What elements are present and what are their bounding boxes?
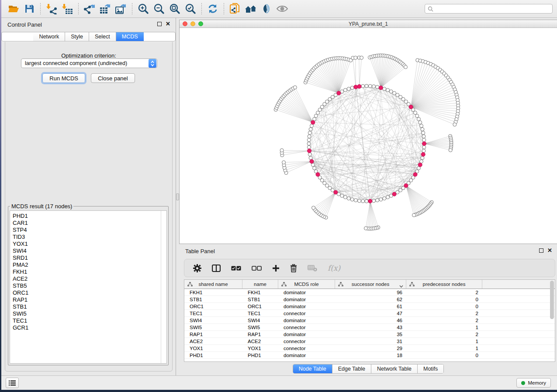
dropdown-value: largest connected component (undirected): [21, 60, 149, 66]
mcds-result-item[interactable]: STP4: [13, 227, 166, 234]
network-view[interactable]: [180, 28, 557, 244]
float-window-icon[interactable]: [539, 248, 543, 253]
save-icon[interactable]: [21, 2, 37, 16]
table-row[interactable]: STB1STB1dominator620: [184, 296, 555, 303]
task-history-button[interactable]: [6, 378, 19, 388]
mcds-result-item[interactable]: ACE2: [13, 275, 166, 282]
node-table[interactable]: shared namenameMCDS rolesuccessor nodesp…: [184, 279, 555, 362]
memory-status-icon: [521, 381, 525, 385]
refresh-icon[interactable]: [205, 2, 221, 16]
search-input[interactable]: [436, 6, 550, 12]
network-window: YPA_prune.txt_1: [179, 20, 557, 244]
app-window: Control Panel ✕ Optimization criterion: …: [1, 0, 557, 390]
mcds-result-item[interactable]: TID3: [13, 234, 166, 241]
cell-shared-name: ACE2: [184, 339, 242, 344]
mcds-result-item[interactable]: PHD1: [13, 213, 166, 220]
settings-gear-icon[interactable]: [193, 264, 201, 272]
list-scrollbar[interactable]: [161, 211, 166, 363]
visual-styles-icon[interactable]: [259, 2, 274, 16]
tab-network-table[interactable]: Network Table: [371, 364, 418, 373]
zoom-in-icon[interactable]: [135, 2, 151, 16]
mcds-result-item[interactable]: YOX1: [13, 241, 166, 248]
mcds-result-item[interactable]: STB5: [13, 282, 166, 289]
tab-node-table[interactable]: Node Table: [293, 364, 332, 373]
mcds-result-item[interactable]: FKH1: [13, 268, 166, 275]
mcds-result-item[interactable]: STB1: [13, 303, 166, 310]
add-column-icon[interactable]: [272, 265, 280, 272]
import-table-icon[interactable]: [59, 2, 75, 16]
table-row[interactable]: SWI5SWI5connector431: [184, 324, 555, 331]
memory-button[interactable]: Memory: [516, 378, 551, 388]
export-table-icon[interactable]: [97, 2, 113, 16]
cell-name: FKH1: [242, 290, 278, 295]
mcds-result-item[interactable]: SWI5: [13, 310, 166, 317]
show-hide-eye-icon[interactable]: [274, 2, 290, 16]
memory-label: Memory: [528, 380, 546, 385]
zoom-fit-icon[interactable]: [167, 2, 183, 16]
close-panel-icon[interactable]: ✕: [547, 248, 552, 253]
open-folder-icon[interactable]: [6, 2, 21, 16]
import-network-icon[interactable]: [44, 2, 59, 16]
table-row[interactable]: SWI4SWI4dominator462: [184, 317, 555, 324]
column-header-predecessor-nodes[interactable]: predecessor nodes: [406, 280, 482, 289]
zoom-selected-icon[interactable]: [183, 2, 198, 16]
split-panel-icon[interactable]: [212, 265, 221, 272]
mcds-result-item[interactable]: RAP1: [13, 296, 166, 303]
column-header-name[interactable]: name: [242, 280, 278, 289]
table-scrollbar[interactable]: [550, 281, 554, 319]
cell-successor-nodes: 61: [335, 304, 406, 309]
deselect-all-icon[interactable]: [252, 266, 262, 271]
mcds-result-item[interactable]: PMA2: [13, 261, 166, 268]
divider-handle[interactable]: [176, 193, 179, 200]
table-row[interactable]: RAP1RAP1dominator352: [184, 331, 555, 338]
mcds-result-item[interactable]: SRD1: [13, 254, 166, 261]
share-document-icon[interactable]: [227, 2, 243, 16]
column-header-shared-name[interactable]: shared name: [184, 280, 242, 289]
mcds-result-item[interactable]: ORC1: [13, 289, 166, 296]
sort-descending-icon: [399, 283, 403, 289]
export-image-icon[interactable]: [113, 2, 129, 16]
mcds-result-item[interactable]: TEC1: [13, 317, 166, 324]
optimization-criterion-dropdown[interactable]: largest connected component (undirected): [21, 58, 157, 68]
tab-motifs[interactable]: Motifs: [418, 364, 443, 373]
network-search-box[interactable]: [425, 4, 553, 14]
column-label: predecessor nodes: [423, 282, 466, 287]
tab-mcds[interactable]: MCDS: [116, 32, 144, 41]
cell-name: RAP1: [242, 332, 278, 337]
table-row[interactable]: YOX1YOX1connector291: [184, 345, 555, 352]
mcds-result-item[interactable]: SWI4: [13, 248, 166, 254]
control-panel-tabs: NetworkStyleSelectMCDS: [1, 32, 176, 41]
hierarchy-icon: [409, 282, 415, 288]
cell-MCDS-role: connector: [278, 339, 335, 344]
split-pane-divider[interactable]: [176, 18, 179, 375]
close-panel-icon[interactable]: ✕: [166, 22, 170, 26]
column-header-MCDS-role[interactable]: MCDS role: [278, 280, 335, 289]
cell-predecessor-nodes: 2: [406, 318, 482, 323]
network-window-titlebar[interactable]: YPA_prune.txt_1: [180, 20, 557, 28]
mcds-result-list[interactable]: PHD1CAR1STP4TID3YOX1SWI4SRD1PMA2FKH1ACE2…: [10, 210, 167, 364]
table-row[interactable]: ORC1ORC1dominator610: [184, 303, 555, 310]
cell-shared-name: FKH1: [184, 290, 242, 295]
table-row[interactable]: FKH1FKH1dominator962: [184, 289, 555, 296]
tab-network[interactable]: Network: [33, 32, 65, 41]
delete-column-icon[interactable]: [290, 264, 297, 272]
tab-edge-table[interactable]: Edge Table: [332, 364, 371, 373]
table-row[interactable]: ACE2ACE2connector311: [184, 338, 555, 345]
tab-style[interactable]: Style: [65, 32, 89, 41]
close-panel-button[interactable]: Close panel: [91, 73, 135, 83]
select-all-icon[interactable]: [231, 266, 241, 271]
float-window-icon[interactable]: [157, 22, 162, 26]
cell-predecessor-nodes: 0: [406, 297, 482, 302]
zoom-out-icon[interactable]: [151, 2, 167, 16]
table-row[interactable]: PHD1PHD1dominator180: [184, 352, 555, 359]
export-network-icon[interactable]: [82, 2, 97, 16]
tab-select[interactable]: Select: [89, 32, 116, 41]
column-header-successor-nodes[interactable]: successor nodes: [335, 280, 406, 289]
cell-successor-nodes: 96: [335, 290, 406, 295]
mcds-result-item[interactable]: CAR1: [13, 220, 166, 227]
table-row[interactable]: TEC1TEC1connector472: [184, 310, 555, 317]
mcds-result-item[interactable]: GCR1: [13, 324, 166, 331]
cell-name: YOX1: [242, 346, 278, 351]
run-mcds-button[interactable]: Run MCDS: [42, 73, 85, 83]
search-networks-icon[interactable]: [243, 2, 259, 16]
